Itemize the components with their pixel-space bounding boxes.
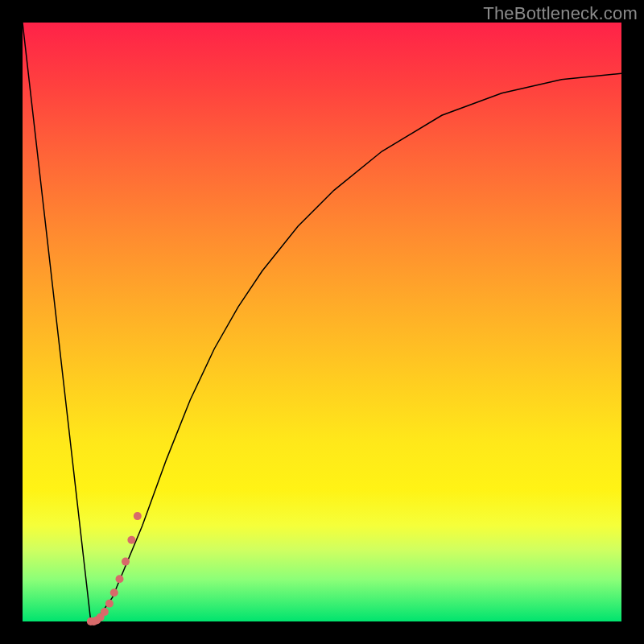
watermark-text: TheBottleneck.com bbox=[483, 3, 638, 24]
bottleneck-gradient bbox=[23, 23, 621, 621]
